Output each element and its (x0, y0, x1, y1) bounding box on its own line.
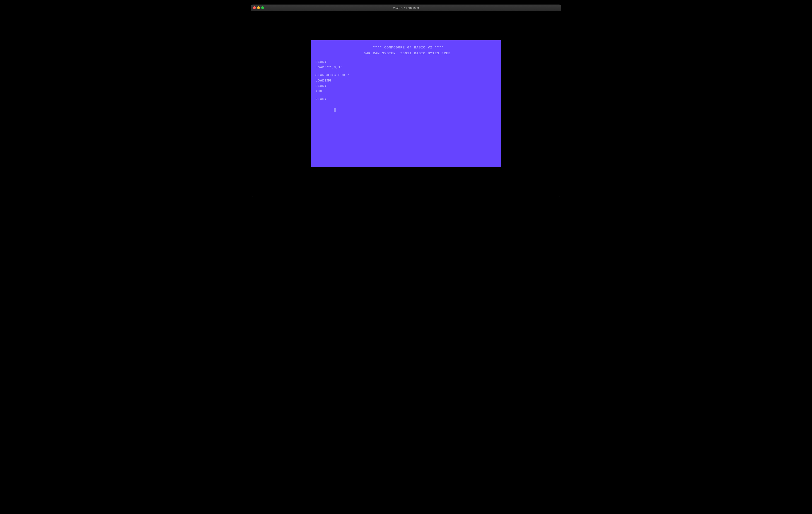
close-button[interactable] (253, 6, 256, 9)
c64-load-cmd: LOAD"*",8,1: (315, 65, 497, 70)
c64-ram-line: 64K RAM SYSTEM 38911 BASIC BYTES FREE (315, 51, 497, 56)
c64-ready2: READY. (315, 83, 497, 89)
window-body: **** COMMODORE 64 BASIC V2 **** 64K RAM … (251, 11, 561, 196)
c64-run: RUN (315, 89, 497, 94)
maximize-button[interactable] (261, 6, 264, 9)
c64-loading: LOADING (315, 78, 497, 83)
c64-searching: SEARCHING FOR * (315, 72, 497, 78)
c64-screen[interactable]: **** COMMODORE 64 BASIC V2 **** 64K RAM … (311, 40, 501, 167)
c64-cursor (334, 108, 336, 112)
c64-header-line: **** COMMODORE 64 BASIC V2 **** (315, 45, 497, 50)
c64-ready3: READY. (315, 96, 497, 102)
application-window: VICE: C64 emulator **** COMMODORE 64 BAS… (251, 4, 561, 196)
c64-cursor-line (315, 102, 497, 118)
window-title: VICE: C64 emulator (393, 6, 419, 9)
minimize-button[interactable] (257, 6, 260, 9)
c64-ready1: READY. (315, 59, 497, 65)
traffic-lights (253, 6, 264, 9)
title-bar: VICE: C64 emulator (251, 4, 561, 11)
